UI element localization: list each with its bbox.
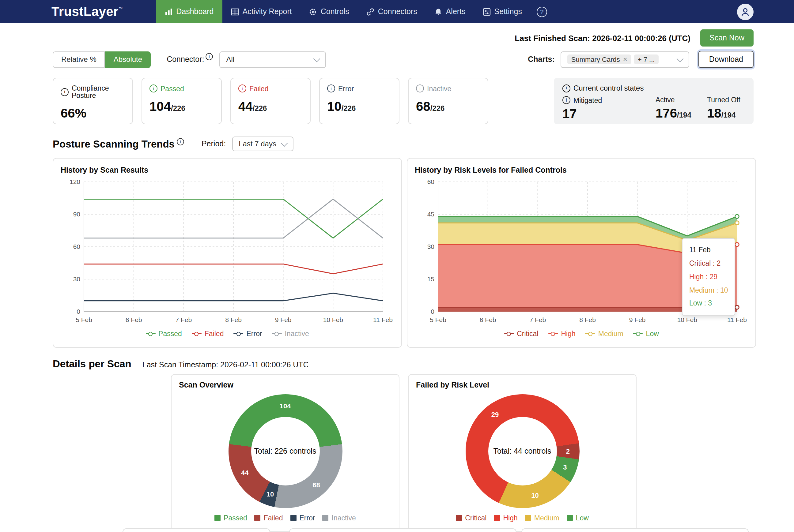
info-icon[interactable]: i bbox=[562, 84, 570, 92]
svg-text:9 Feb: 9 Feb bbox=[275, 316, 292, 323]
legend-marker bbox=[504, 333, 514, 334]
legend-marker bbox=[567, 515, 573, 521]
nav-alerts[interactable]: Alerts bbox=[426, 0, 474, 23]
donut-center-label: Total: 226 controls bbox=[228, 394, 342, 508]
period-select-value: Last 7 days bbox=[239, 139, 276, 148]
legend-item[interactable]: Failed bbox=[192, 330, 224, 337]
panel-title: Current control states bbox=[573, 84, 644, 92]
scan-overview-donut[interactable]: Total: 226 controls 104681044 bbox=[228, 394, 342, 508]
card-value: 10/226 bbox=[327, 99, 391, 114]
info-icon[interactable]: i bbox=[206, 53, 213, 60]
nav-connectors[interactable]: Connectors bbox=[358, 0, 426, 23]
scan-results-legend[interactable]: PassedFailedErrorInactive bbox=[61, 330, 394, 337]
sliders-icon bbox=[483, 8, 491, 16]
legend-item[interactable]: Error bbox=[290, 514, 315, 521]
info-icon[interactable]: i bbox=[149, 84, 158, 92]
last-scan-timestamp: Last Scan Timestamp: 2026-02-11 00:00:26… bbox=[143, 361, 309, 369]
risk-levels-legend[interactable]: CriticalHighMediumLow bbox=[415, 330, 748, 337]
legend-item[interactable]: Inactive bbox=[322, 514, 356, 521]
legend-marker bbox=[192, 333, 202, 334]
bar-chart-icon bbox=[165, 8, 172, 16]
chart-title: History by Risk Levels for Failed Contro… bbox=[415, 166, 748, 174]
legend-marker bbox=[525, 515, 531, 521]
svg-text:90: 90 bbox=[73, 211, 80, 217]
legend-item[interactable]: Medium bbox=[585, 330, 623, 337]
svg-text:60: 60 bbox=[427, 178, 435, 185]
scan-overview-legend[interactable]: PassedFailedErrorInactive bbox=[179, 514, 391, 521]
legend-item[interactable]: Low bbox=[567, 514, 589, 521]
legend-item[interactable]: Medium bbox=[525, 514, 559, 521]
svg-text:8 Feb: 8 Feb bbox=[225, 316, 242, 323]
legend-item[interactable]: Inactive bbox=[272, 330, 309, 337]
toggle-relative-button[interactable]: Relative % bbox=[53, 51, 105, 68]
card-label: Passed bbox=[161, 85, 184, 92]
nav-activity-report[interactable]: Activity Report bbox=[222, 0, 300, 23]
connector-label: Connector:i bbox=[167, 55, 213, 64]
current-control-states-panel: iCurrent control states iMitigated 17 Ac… bbox=[554, 78, 754, 124]
tooltip-row: Low : 3 bbox=[689, 297, 728, 311]
legend-item[interactable]: Low bbox=[633, 330, 659, 337]
info-icon[interactable]: i bbox=[562, 96, 570, 104]
legend-marker bbox=[456, 515, 462, 521]
failed-by-risk-legend[interactable]: CriticalHighMediumLow bbox=[416, 514, 629, 521]
card-passed: iPassed 104/226 bbox=[142, 78, 222, 124]
svg-text:0: 0 bbox=[431, 308, 435, 315]
x-icon[interactable]: × bbox=[623, 56, 627, 63]
legend-marker bbox=[255, 515, 261, 521]
chevron-down-icon bbox=[313, 55, 320, 62]
nav-settings[interactable]: Settings bbox=[474, 0, 531, 23]
section-title-details: Details per Scan bbox=[53, 358, 131, 370]
legend-marker bbox=[633, 333, 643, 334]
charts-multiselect[interactable]: Summary Cards × + 7 ... bbox=[561, 51, 689, 68]
legend-item[interactable]: Passed bbox=[215, 514, 247, 521]
state-turned-off: Turned Off 18/194 bbox=[707, 96, 740, 121]
legend-marker bbox=[234, 333, 243, 334]
nav-controls[interactable]: Controls bbox=[300, 0, 358, 23]
download-button[interactable]: Download bbox=[699, 51, 754, 68]
legend-item[interactable]: Failed bbox=[255, 514, 283, 521]
legend-item[interactable]: Passed bbox=[146, 330, 182, 337]
legend-item[interactable]: Critical bbox=[456, 514, 486, 521]
user-avatar[interactable] bbox=[737, 3, 754, 20]
failed-by-risk-donut[interactable]: Total: 44 controls 292310 bbox=[465, 394, 579, 508]
nav-label: Settings bbox=[494, 7, 522, 16]
toggle-absolute-button[interactable]: Absolute bbox=[105, 51, 151, 68]
risk-levels-chart-card: History by Risk Levels for Failed Contro… bbox=[407, 158, 756, 348]
tooltip-row: Medium : 10 bbox=[689, 284, 728, 297]
period-select[interactable]: Last 7 days bbox=[232, 136, 293, 151]
connector-select[interactable]: All bbox=[219, 51, 326, 68]
info-icon[interactable]: i bbox=[61, 88, 69, 96]
card-failed: iFailed 44/226 bbox=[230, 78, 311, 124]
legend-marker bbox=[494, 515, 500, 521]
legend-item[interactable]: High bbox=[494, 514, 517, 521]
nav-dashboard[interactable]: Dashboard bbox=[156, 0, 222, 23]
legend-item[interactable]: Critical bbox=[504, 330, 538, 337]
tooltip-values: Critical : 2High : 29Medium : 10Low : 3 bbox=[689, 257, 728, 311]
selected-chart-chip: Summary Cards × bbox=[568, 55, 631, 64]
nav-label: Alerts bbox=[446, 7, 466, 16]
tooltip-date: 11 Feb bbox=[689, 244, 728, 257]
info-icon[interactable]: i bbox=[327, 84, 335, 92]
dashboard-page: TrustLayer™ Dashboard Activity Report Co… bbox=[0, 0, 794, 532]
failed-by-risk-card: Failed by Risk Level Total: 44 controls … bbox=[408, 374, 636, 532]
info-icon[interactable]: i bbox=[238, 84, 246, 92]
svg-text:5 Feb: 5 Feb bbox=[76, 316, 92, 323]
user-avatar-icon bbox=[741, 7, 750, 16]
scan-now-button[interactable]: Scan Now bbox=[700, 30, 754, 46]
legend-item[interactable]: High bbox=[548, 330, 575, 337]
nav-label: Dashboard bbox=[176, 7, 214, 16]
bell-icon bbox=[435, 8, 442, 16]
info-icon[interactable]: i bbox=[416, 84, 424, 92]
svg-text:11 Feb: 11 Feb bbox=[373, 316, 393, 323]
state-mitigated: iMitigated 17 bbox=[562, 96, 655, 121]
info-icon[interactable]: i bbox=[177, 138, 184, 145]
app-logo[interactable]: TrustLayer™ bbox=[0, 0, 123, 23]
period-label: Period: bbox=[202, 139, 226, 148]
svg-text:10 Feb: 10 Feb bbox=[323, 316, 343, 323]
legend-marker bbox=[215, 515, 221, 521]
scan-results-line-chart[interactable]: 5 Feb6 Feb7 Feb8 Feb9 Feb10 Feb11 Feb030… bbox=[61, 177, 394, 329]
card-label: Error bbox=[338, 85, 354, 92]
section-title-trends: Posture Scanning Trends bbox=[53, 138, 174, 150]
legend-item[interactable]: Error bbox=[234, 330, 262, 337]
help-icon[interactable]: ? bbox=[537, 6, 547, 17]
